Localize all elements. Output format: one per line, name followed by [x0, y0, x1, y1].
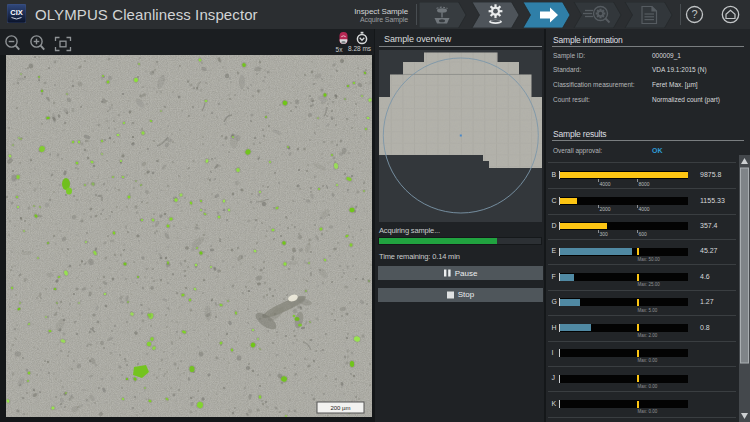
svg-text:200 µm: 200 µm	[330, 405, 350, 411]
svg-text:CIX: CIX	[10, 8, 23, 17]
svg-text:?: ?	[691, 8, 697, 20]
